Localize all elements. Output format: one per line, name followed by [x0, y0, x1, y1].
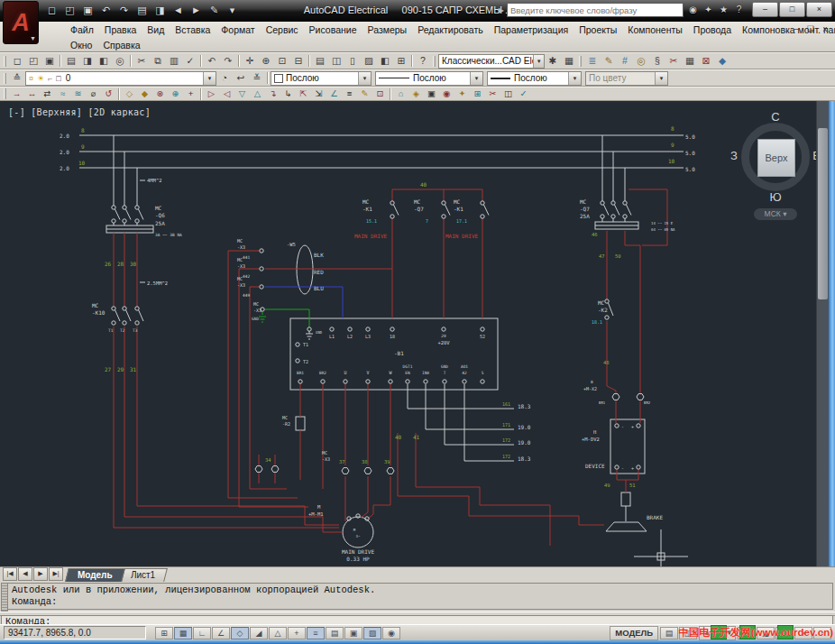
color-combo[interactable]: Послою ▼: [271, 71, 372, 86]
toolbar-grip[interactable]: [433, 56, 436, 67]
grid-toggle[interactable]: ▦: [174, 627, 192, 639]
toolbar-grip[interactable]: [579, 56, 582, 67]
tab-model[interactable]: Модель: [65, 568, 124, 582]
help-icon[interactable]: ?: [731, 3, 747, 17]
menu-11[interactable]: Проекты: [573, 24, 622, 35]
ace-catalog-button[interactable]: ◆: [714, 54, 730, 69]
tab-nav-2[interactable]: ◀: [18, 567, 32, 581]
ace-panel-layout-button[interactable]: ▦: [682, 54, 698, 69]
tab-layout1[interactable]: Лист1: [118, 568, 168, 582]
workspace-settings-icon[interactable]: ✱: [545, 54, 561, 69]
qat-markup-button[interactable]: ✎: [206, 3, 223, 18]
osnap-toggle[interactable]: ◇: [231, 627, 249, 639]
command-history[interactable]: Autodesk или в приложении, лицензированн…: [7, 583, 833, 610]
quickcalc-button[interactable]: ⊞: [393, 54, 409, 69]
menu-13[interactable]: Провода: [688, 24, 737, 35]
ace-erase-button[interactable]: ⊠: [698, 54, 714, 69]
ace-wire-button[interactable]: →: [9, 87, 24, 100]
copy-button[interactable]: ⧉: [150, 54, 166, 69]
menu-2[interactable]: Правка: [99, 24, 142, 35]
tab-nav-4[interactable]: ▶|: [49, 567, 63, 581]
layer-combo[interactable]: ¤☀⌐□ 0 ▼: [25, 71, 216, 86]
infocenter-collapse-icon[interactable]: ▶: [499, 6, 504, 14]
pan-button[interactable]: ✛: [242, 54, 258, 69]
qat-plot-button[interactable]: ▤: [133, 3, 151, 18]
ace-edit-button[interactable]: ↳: [280, 87, 296, 100]
ace-hide-attribute-button[interactable]: ⊡: [372, 87, 388, 100]
model-space-button[interactable]: ▤: [660, 627, 678, 639]
menu-3[interactable]: Вид: [142, 24, 170, 35]
zoom-realtime-button[interactable]: ⊕: [258, 54, 274, 69]
toolbar-grip[interactable]: [4, 88, 6, 99]
mdi-restore-button[interactable]: ❏: [805, 24, 816, 33]
save-button[interactable]: ▣: [41, 54, 58, 69]
layer-previous-button[interactable]: ↩: [233, 71, 249, 86]
tab-nav-1[interactable]: |◀: [3, 567, 17, 581]
ace-multiple-bus-button[interactable]: ↔: [24, 87, 40, 100]
ace-insert-component-2-button[interactable]: ↴: [265, 87, 280, 100]
ace-insert-component-button[interactable]: ◎: [633, 54, 649, 69]
mdi-minimize-button[interactable]: –: [791, 24, 802, 33]
color-combo-arrow[interactable]: ▼: [358, 72, 371, 85]
menu-1[interactable]: Файл: [65, 24, 99, 35]
ace-audit-button[interactable]: ✓: [516, 87, 531, 100]
ace-wire-number-button[interactable]: §: [649, 54, 665, 69]
infocenter-search-input[interactable]: [507, 3, 684, 17]
menu-9[interactable]: Редактировать: [412, 24, 489, 35]
menu-10[interactable]: Параметризация: [489, 24, 574, 35]
mdi-close-button[interactable]: x: [820, 24, 830, 33]
ace-toggle-nc-button[interactable]: ≡: [342, 87, 357, 100]
plot-button[interactable]: ▤: [63, 54, 79, 69]
qat-back-button[interactable]: ◄: [170, 3, 187, 18]
viewcube-wcs-menu[interactable]: МСК ▾: [754, 208, 798, 220]
tool-palettes-button[interactable]: ▯: [344, 54, 361, 69]
coordinates-display[interactable]: 93417.7, 8965.8, 0.0: [4, 626, 146, 639]
lineweight-combo-arrow[interactable]: ▼: [568, 72, 581, 85]
ace-edit-attribute-button[interactable]: ✎: [357, 87, 372, 100]
match-properties-button[interactable]: ✓: [182, 54, 198, 69]
linetype-combo-arrow[interactable]: ▼: [470, 72, 482, 85]
ace-delete-wire-number-button[interactable]: ⊗: [152, 87, 168, 100]
ace-insert-dot-button[interactable]: ⌀: [86, 87, 101, 100]
make-layer-current-button[interactable]: ◔: [216, 71, 233, 86]
menu-5[interactable]: Формат: [216, 24, 260, 35]
ace-din-rail-button[interactable]: ✦: [454, 87, 470, 100]
ace-wire-number-edit-button[interactable]: ◆: [137, 87, 152, 100]
window-restore-button[interactable]: □: [779, 2, 805, 17]
selection-cycling-toggle[interactable]: ▣: [344, 627, 362, 639]
ace-balloon-button[interactable]: ◈: [408, 87, 424, 100]
window-minimize-button[interactable]: –: [752, 2, 778, 17]
ace-panel-button[interactable]: ⌂: [393, 87, 408, 100]
dyn-toggle[interactable]: +: [288, 627, 306, 639]
ace-fan-out-button[interactable]: △: [250, 87, 265, 100]
ducs-toggle[interactable]: △: [269, 627, 287, 639]
ace-edit-component-button[interactable]: ✎: [601, 54, 617, 69]
qat-new-button[interactable]: ◻: [43, 3, 60, 18]
window-close-button[interactable]: ×: [806, 2, 832, 17]
ace-ladder-button[interactable]: ⇄: [40, 87, 55, 100]
application-menu-button[interactable]: A ▼: [3, 1, 39, 44]
tab-nav-3[interactable]: ▶: [33, 567, 48, 581]
viewcube-top-face[interactable]: Верх: [757, 139, 795, 177]
layer-properties-manager-button[interactable]: ≙: [9, 71, 25, 86]
ace-wire-type-button[interactable]: ≋: [70, 87, 86, 100]
ortho-toggle[interactable]: ∟: [193, 627, 211, 639]
search-icon[interactable]: ◉: [685, 3, 701, 17]
favorites-icon[interactable]: ★: [716, 3, 731, 17]
model-button[interactable]: МОДЕЛЬ: [610, 626, 658, 640]
workspace-combo[interactable]: Классически...CAD Electric ▼: [438, 54, 545, 69]
annotation-monitor-toggle[interactable]: ◉: [382, 627, 400, 639]
ace-destination-arrow-button[interactable]: ◁: [219, 87, 234, 100]
snap-toggle[interactable]: ⊞: [155, 627, 173, 639]
viewport-controls-label[interactable]: [-] [Верхняя] [2D каркас]: [8, 107, 151, 117]
ace-reverse-button[interactable]: ∠: [326, 87, 342, 100]
undo-button[interactable]: ↶: [204, 54, 220, 69]
menu-4[interactable]: Вставка: [170, 24, 216, 35]
sheetset-button[interactable]: ▨: [361, 54, 377, 69]
ace-flip-wire-button[interactable]: ↺: [101, 87, 116, 100]
qat-save-button[interactable]: ▣: [79, 3, 96, 18]
ace-copy-wire-number-button[interactable]: ⊕: [168, 87, 183, 100]
menu-row2-1[interactable]: Окно: [65, 40, 97, 51]
layer-states-button[interactable]: ≚: [249, 71, 265, 86]
qat-undo-button[interactable]: ↶: [97, 3, 115, 18]
